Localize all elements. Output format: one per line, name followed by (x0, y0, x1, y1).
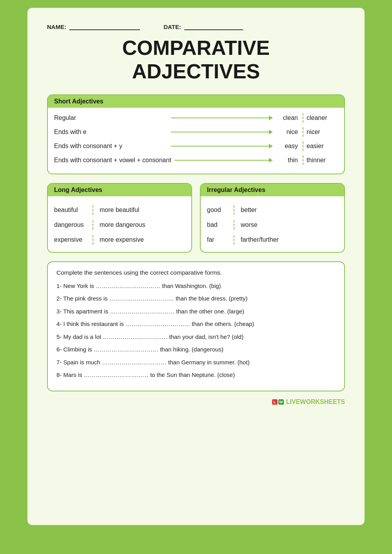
name-label: NAME: (47, 24, 66, 30)
exercise-item-6: 6- Climbing is …………………………… than hiking. … (56, 345, 336, 354)
exercise-instruction: Complete the sentences using the correct… (56, 269, 336, 276)
short-label-cvc: Ends with consonant + vowel + consonant (54, 157, 171, 164)
footer: L W LIVEWORKSHEETS (47, 398, 345, 406)
exercise-item-4: 4- I think this restaurant is …………………………… (56, 320, 336, 329)
short-word-thin: thin (276, 157, 299, 164)
long-word-dangerous: dangerous (54, 221, 89, 228)
irreg-word-good: good (207, 206, 230, 214)
date-label: DATE: (163, 24, 181, 30)
arrow-line-cvc (174, 158, 273, 163)
short-row-cvc: Ends with consonant + vowel + consonant … (54, 153, 338, 167)
short-adjectives-table: Regular clean cleaner Ends with e nice n… (48, 111, 344, 167)
long-word-expensive: expensive (54, 236, 89, 243)
date-field: DATE: (163, 24, 243, 30)
long-comp-beautiful: more beautiful (96, 206, 139, 214)
short-comparative-thinner: thinner (307, 157, 338, 164)
dashed-div-2 (303, 127, 303, 137)
name-line (69, 24, 140, 30)
irregular-adjectives-box: Irregular Adjectives good better bad wor… (200, 183, 345, 253)
exercise-item-8: 8- Mars is …………………………… to the Sun than N… (56, 371, 336, 380)
irreg-row-good: good better (207, 203, 338, 217)
short-word-nice: nice (276, 129, 299, 136)
irreg-comp-farther: farther/further (238, 236, 279, 243)
dashed-div-3 (303, 141, 303, 151)
date-line (184, 24, 243, 30)
long-adjectives-table: beautiful more beautiful dangerous more … (48, 199, 191, 252)
dashed-div-4 (303, 156, 303, 165)
short-comparative-cleaner: cleaner (307, 114, 338, 121)
long-row-dangerous: dangerous more dangerous (54, 217, 185, 232)
short-label-regular: Regular (54, 114, 168, 121)
long-row-expensive: expensive more expensive (54, 232, 185, 247)
short-adjectives-header: Short Adjectives (48, 95, 344, 108)
irreg-row-far: far farther/further (207, 232, 338, 247)
exercise-item-5: 5- My dad is a lot …………………………… than your… (56, 333, 336, 342)
short-row-ends-e: Ends with e nice nicer (54, 125, 338, 139)
liveworksheets-brand: L W LIVEWORKSHEETS (272, 398, 345, 406)
lw-box-red: L (272, 399, 278, 405)
short-comparative-nicer: nicer (307, 129, 338, 136)
long-comp-expensive: more expensive (96, 236, 144, 243)
exercises-box: Complete the sentences using the correct… (47, 261, 345, 391)
irreg-div-2 (234, 220, 234, 230)
short-adjectives-box: Short Adjectives Regular clean cleaner E… (47, 94, 345, 174)
dashed-div-1 (303, 113, 303, 123)
long-div-1 (93, 205, 93, 215)
long-row-beautiful: beautiful more beautiful (54, 203, 185, 217)
arrow-line-ends-e (171, 130, 273, 134)
irreg-word-far: far (207, 236, 230, 243)
lw-text-worksheets: WORKSHEETS (300, 398, 345, 405)
short-word-easy: easy (276, 143, 299, 150)
exercise-item-3: 3- This apartment is …………………………… than th… (56, 307, 336, 316)
exercise-item-1: 1- New York is …………………………… than Washingt… (56, 282, 336, 291)
irreg-row-bad: bad worse (207, 217, 338, 232)
irregular-adjectives-table: good better bad worse far farther/furthe… (201, 199, 344, 252)
bottom-sections: Long Adjectives beautiful more beautiful… (47, 183, 345, 253)
short-row-regular: Regular clean cleaner (54, 111, 338, 125)
lw-box-green: W (278, 399, 284, 405)
exercise-item-2: 2- The pink dress is …………………………… than th… (56, 294, 336, 303)
name-field: NAME: (47, 24, 140, 30)
short-label-consonant-y: Ends with consonant + y (54, 143, 168, 150)
page: NAME: DATE: COMPARATIVE ADJECTIVES Short… (27, 8, 365, 525)
irreg-div-1 (234, 205, 234, 215)
irreg-word-bad: bad (207, 221, 230, 228)
irreg-comp-worse: worse (238, 221, 258, 228)
lw-text-live: LIVE (286, 398, 300, 405)
irreg-comp-better: better (238, 206, 257, 214)
short-label-ends-e: Ends with e (54, 129, 168, 136)
arrow-line-consonant-y (171, 144, 273, 148)
long-div-3 (93, 235, 93, 244)
page-title: COMPARATIVE ADJECTIVES (47, 36, 345, 83)
long-adjectives-box: Long Adjectives beautiful more beautiful… (47, 183, 192, 253)
exercise-item-7: 7- Spain is much …………………………… than German… (56, 358, 336, 367)
long-word-beautiful: beautiful (54, 206, 89, 214)
long-adjectives-header: Long Adjectives (48, 184, 191, 196)
header-row: NAME: DATE: (47, 24, 345, 30)
short-row-consonant-y: Ends with consonant + y easy easier (54, 139, 338, 153)
irreg-div-3 (234, 235, 234, 244)
irregular-adjectives-header: Irregular Adjectives (201, 184, 344, 196)
short-word-clean: clean (276, 114, 299, 121)
lw-text: LIVEWORKSHEETS (286, 398, 345, 406)
short-comparative-easier: easier (307, 143, 338, 150)
long-comp-dangerous: more dangerous (96, 221, 145, 228)
lw-logo: L W (272, 399, 284, 405)
arrow-line-regular (171, 116, 273, 120)
long-div-2 (93, 220, 93, 230)
